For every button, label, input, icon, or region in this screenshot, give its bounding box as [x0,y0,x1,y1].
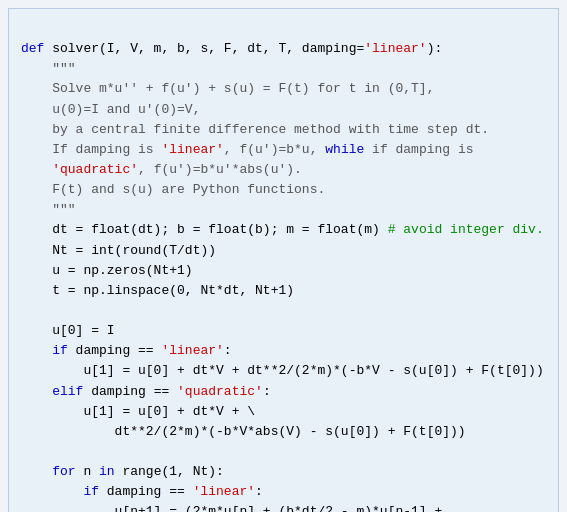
code-u1-linear: u[1] = u[0] + dt*V + dt**2/(2*m)*(-b*V -… [21,363,544,378]
string-linear: 'linear' [161,142,223,157]
code-un1-linear1: u[n+1] = (2*m*u[n] + (b*dt/2 - m)*u[n-1]… [21,504,442,512]
code-line-dt: dt = float(dt); b = float(b); m = float(… [21,222,388,237]
keyword-if2: if [21,484,99,499]
code-text: ): [427,41,443,56]
code-damping-check2: damping == [83,384,177,399]
keyword-for: for [21,464,76,479]
comment-avoid: # avoid integer div. [388,222,544,237]
code-colon2: : [263,384,271,399]
code-range: range(1, Nt): [115,464,224,479]
code-block: def solver(I, V, m, b, s, F, dt, T, damp… [8,8,559,512]
string-linear2: 'linear' [161,343,223,358]
code-u1-quad2: dt**2/(2*m)*(-b*V*abs(V) - s(u[0]) + F(t… [21,424,466,439]
code-for-loop: n [76,464,99,479]
code-damping-check3: damping == [99,484,193,499]
code-damping-check1: damping == [68,343,162,358]
code-line-nt: Nt = int(round(T/dt)) [21,243,216,258]
docstring-line2: u(0)=I and u'(0)=V, [21,102,200,117]
keyword-def: def [21,41,44,56]
docstring-line3: by a central finite difference method wi… [21,122,489,137]
keyword-in: in [99,464,115,479]
string-linear3: 'linear' [193,484,255,499]
string-linear-default: 'linear' [364,41,426,56]
docstring-open: """ [21,61,76,76]
docstring-line6: F(t) and s(u) are Python functions. [21,182,325,197]
code-colon1: : [224,343,232,358]
code-u1-quad1: u[1] = u[0] + dt*V + \ [21,404,255,419]
code-text: solver(I, V, m, b, s, F, dt, T, damping= [44,41,364,56]
docstring-line5: , f(u')=b*u'*abs(u'). [138,162,302,177]
keyword-elif1: elif [21,384,83,399]
docstring-line4c: if damping is [364,142,473,157]
docstring-line4: If damping is [21,142,161,157]
docstring-close: """ [21,202,76,217]
keyword-if1: if [21,343,68,358]
keyword-while: while [325,142,364,157]
code-colon3: : [255,484,263,499]
string-quadratic1: 'quadratic' [21,162,138,177]
code-line-u: u = np.zeros(Nt+1) [21,263,193,278]
docstring-line4b: , f(u')=b*u, [224,142,325,157]
code-line-t: t = np.linspace(0, Nt*dt, Nt+1) [21,283,294,298]
string-quadratic2: 'quadratic' [177,384,263,399]
docstring-line1: Solve m*u'' + f(u') + s(u) = F(t) for t … [21,81,434,96]
code-line-u0: u[0] = I [21,323,115,338]
